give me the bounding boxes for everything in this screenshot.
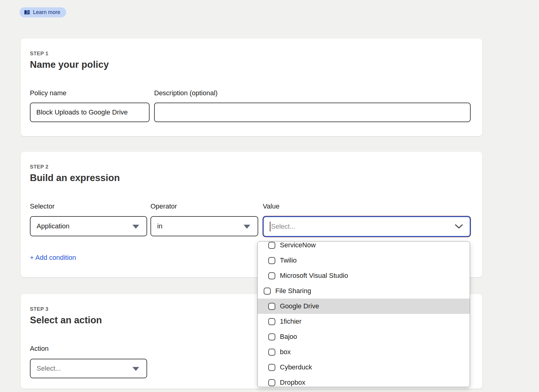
add-condition-link[interactable]: + Add condition [30, 254, 76, 262]
value-label: Value [263, 202, 280, 210]
step2-title: Build an expression [30, 172, 120, 183]
option-label: 1fichier [280, 318, 302, 325]
checkbox[interactable] [268, 333, 275, 340]
dropdown-option-servicenow[interactable]: ServiceNow [258, 241, 470, 253]
dropdown-option-microsoft-visual-studio[interactable]: Microsoft Visual Studio [258, 268, 470, 283]
option-label: Twilio [280, 256, 297, 264]
step1-label: STEP 1 [30, 51, 49, 57]
option-label: Google Drive [280, 302, 319, 310]
checkbox[interactable] [268, 349, 275, 356]
selector-label: Selector [30, 202, 55, 210]
value-option-list: ServiceNowTwilioMicrosoft Visual StudioF… [258, 241, 470, 387]
action-label: Action [30, 345, 49, 353]
description-input[interactable] [154, 103, 471, 122]
option-label: Cyberduck [280, 363, 312, 371]
step3-label: STEP 3 [30, 306, 49, 312]
checkbox[interactable] [268, 257, 275, 264]
dropdown-option-bajoo[interactable]: Bajoo [258, 329, 470, 344]
triangle-down-icon [132, 225, 139, 229]
checkbox[interactable] [268, 318, 275, 325]
triangle-down-icon [132, 367, 139, 371]
dropdown-option-1fichier[interactable]: 1fichier [258, 314, 470, 329]
action-select[interactable]: Select... [30, 359, 147, 378]
checkbox[interactable] [264, 288, 271, 295]
checkbox[interactable] [268, 364, 275, 371]
checkbox[interactable] [268, 272, 275, 279]
book-icon [24, 10, 30, 15]
step1-title: Name your policy [30, 59, 109, 70]
triangle-down-icon [244, 225, 250, 229]
value-placeholder: Select... [271, 223, 295, 230]
option-label: Dropbox [280, 379, 305, 387]
option-label: box [280, 348, 291, 356]
selector-select[interactable]: Application [30, 216, 147, 236]
selector-select-value: Application [37, 222, 70, 230]
learn-more-label: Learn more [33, 9, 60, 16]
dropdown-option-twilio[interactable]: Twilio [258, 253, 470, 268]
step1-card: STEP 1 Name your policy Policy name Desc… [21, 38, 482, 136]
chevron-down-icon [455, 224, 463, 230]
action-select-placeholder: Select... [37, 365, 61, 372]
dropdown-option-file-sharing[interactable]: File Sharing [258, 283, 470, 299]
operator-label: Operator [150, 202, 177, 210]
learn-more-button[interactable]: Learn more [20, 7, 66, 17]
description-label: Description (optional) [154, 89, 218, 97]
dropdown-option-google-drive[interactable]: Google Drive [258, 299, 470, 314]
text-caret [270, 222, 270, 231]
value-select-input[interactable]: Select... [263, 216, 471, 237]
dropdown-option-cyberduck[interactable]: Cyberduck [258, 360, 470, 375]
dropdown-option-box[interactable]: box [258, 344, 470, 360]
value-dropdown-panel: ServiceNowTwilioMicrosoft Visual StudioF… [257, 241, 470, 387]
option-label: Microsoft Visual Studio [280, 272, 348, 280]
operator-select-value: in [157, 222, 162, 230]
policy-name-label: Policy name [30, 89, 67, 97]
checkbox[interactable] [268, 379, 275, 386]
dropdown-option-dropbox[interactable]: Dropbox [258, 375, 470, 387]
option-label: File Sharing [275, 287, 311, 295]
step2-label: STEP 2 [30, 164, 49, 170]
option-label: Bajoo [280, 333, 297, 341]
checkbox[interactable] [268, 303, 275, 310]
policy-name-input[interactable] [30, 103, 150, 122]
page: { "toolbar": { "learn_more_label": "Lear… [0, 0, 539, 392]
checkbox[interactable] [268, 242, 275, 249]
option-label: ServiceNow [280, 241, 316, 249]
step3-title: Select an action [30, 315, 102, 326]
operator-select[interactable]: in [150, 216, 258, 236]
